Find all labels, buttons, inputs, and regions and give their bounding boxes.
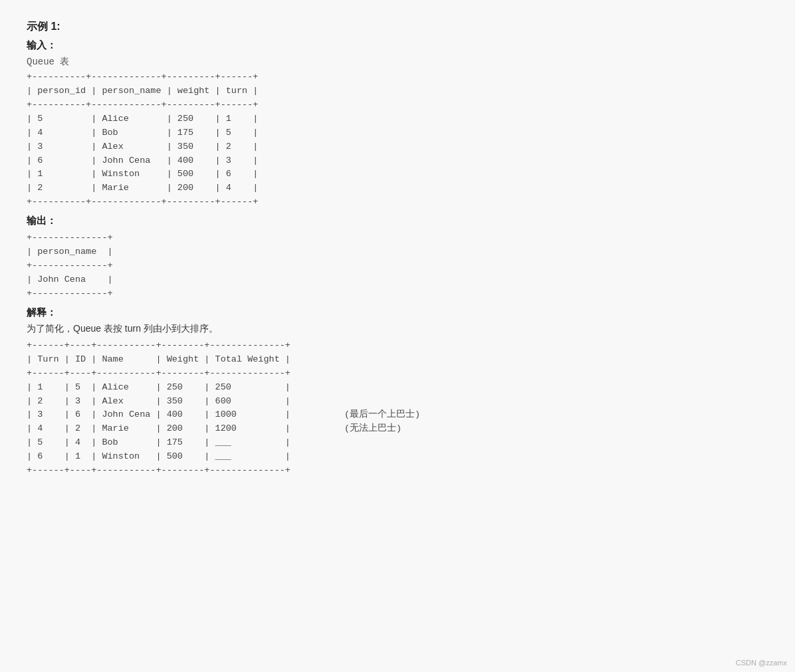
explanation-section: 解释： 为了简化，Queue 表按 turn 列由小到大排序。 +------+… [27, 306, 768, 478]
queue-label: Queue 表 [27, 56, 768, 68]
input-section: 输入： Queue 表 +----------+-------------+--… [27, 39, 768, 209]
main-container: 示例 1: 输入： Queue 表 +----------+----------… [27, 20, 768, 478]
output-table: +--------------+ | person_name | +------… [27, 231, 768, 301]
output-label: 输出： [27, 215, 768, 227]
section-title: 示例 1: [27, 20, 768, 34]
input-table: +----------+-------------+---------+----… [27, 70, 768, 209]
example-title: 示例 1: [27, 21, 60, 32]
explanation-label: 解释： [27, 306, 768, 319]
input-label: 输入： [27, 39, 768, 52]
output-section: 输出： +--------------+ | person_name | +--… [27, 215, 768, 301]
detail-table: +------+----+-----------+--------+------… [27, 339, 768, 478]
explanation-text: 为了简化，Queue 表按 turn 列由小到大排序。 [27, 323, 768, 335]
